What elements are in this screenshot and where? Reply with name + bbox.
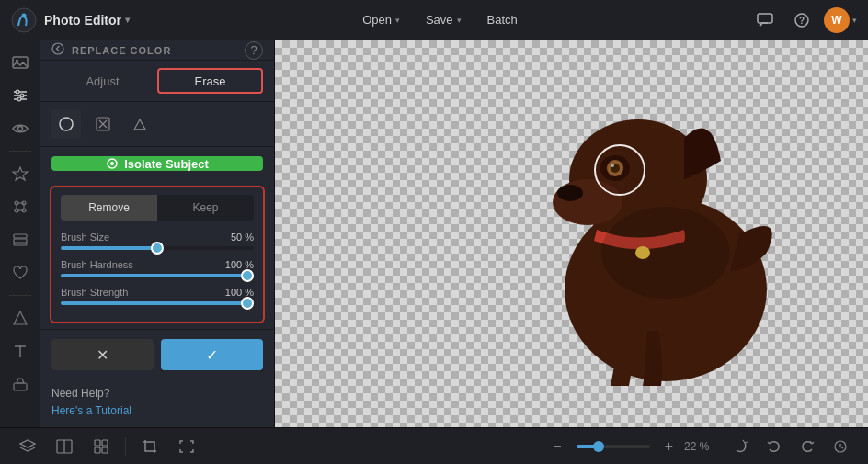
svg-point-43: [611, 164, 614, 167]
brush-hardness-label: Brush Hardness: [61, 259, 133, 270]
left-toolbar: [0, 40, 40, 427]
brush-strength-fill: [61, 301, 254, 305]
compare-btn[interactable]: [51, 434, 77, 459]
tutorial-link[interactable]: Here's a Tutorial: [51, 404, 131, 417]
svg-text:?: ?: [799, 16, 805, 26]
topbar: Photo Editor ▾ Open ▾ Save ▾ Batch ? W ▾: [0, 0, 868, 40]
zoom-thumb[interactable]: [593, 441, 604, 452]
save-chevron-icon: ▾: [457, 16, 462, 25]
toolbar-heart-btn[interactable]: [6, 258, 35, 288]
panel: REPLACE COLOR ? Adjust Erase Isolate Sub…: [40, 40, 275, 427]
brush-strength-track[interactable]: [61, 301, 254, 305]
svg-point-1: [22, 13, 27, 17]
brush-hardness-track[interactable]: [61, 274, 254, 277]
toolbar-text-btn[interactable]: [6, 336, 35, 366]
brush-hardness-row: Brush Hardness 100 %: [61, 259, 254, 277]
brush-strength-value: 100 %: [225, 287, 254, 298]
toolbar-nodes-btn[interactable]: [6, 192, 35, 221]
panel-back-button[interactable]: [51, 42, 64, 58]
brush-size-label: Brush Size: [61, 232, 109, 243]
isolate-subject-button[interactable]: Isolate Subject: [51, 156, 263, 171]
toolbar-separator-2: [9, 295, 31, 296]
svg-rect-5: [13, 57, 28, 68]
brush-hardness-value: 100 %: [225, 259, 254, 270]
zoom-out-button[interactable]: −: [553, 438, 561, 455]
svg-rect-49: [95, 440, 100, 446]
canvas-area[interactable]: [275, 40, 868, 427]
svg-point-31: [60, 118, 73, 130]
brush-size-row: Brush Size 50 %: [61, 232, 254, 250]
panel-circle-icon-btn[interactable]: [51, 109, 81, 139]
remove-button[interactable]: Remove: [61, 195, 157, 221]
toolbar-shape-btn[interactable]: [6, 303, 35, 333]
crop-btn[interactable]: [137, 434, 163, 459]
svg-marker-14: [13, 167, 28, 180]
redo-btn[interactable]: [794, 434, 820, 459]
app-title[interactable]: Photo Editor ▾: [44, 13, 130, 28]
svg-point-6: [16, 60, 18, 62]
user-avatar-wrap[interactable]: W ▾: [824, 7, 857, 33]
help-button[interactable]: ?: [787, 6, 817, 35]
avatar-chevron-icon: ▾: [852, 16, 857, 25]
zoom-percentage: 22 %: [684, 440, 717, 453]
cancel-button[interactable]: ✕: [51, 339, 154, 370]
brush-hardness-fill: [61, 274, 254, 277]
panel-help-button[interactable]: ?: [245, 41, 263, 60]
rotate-cw-btn[interactable]: [728, 434, 754, 459]
batch-button[interactable]: Batch: [476, 8, 529, 31]
panel-tabs: Adjust Erase: [40, 61, 274, 102]
zoom-in-button[interactable]: +: [665, 438, 673, 455]
panel-title: REPLACE COLOR: [72, 45, 237, 56]
confirm-button[interactable]: ✓: [161, 339, 263, 370]
user-avatar: W: [824, 7, 850, 33]
fullscreen-btn[interactable]: [174, 434, 200, 459]
tab-erase[interactable]: Erase: [157, 68, 263, 94]
brush-size-value: 50 %: [231, 232, 254, 243]
brush-strength-thumb[interactable]: [241, 297, 254, 310]
brush-size-thumb[interactable]: [151, 242, 164, 255]
grid-btn[interactable]: [88, 434, 114, 459]
svg-rect-24: [14, 239, 27, 243]
brush-section: Remove Keep Brush Size 50 % Brush Hardne…: [50, 186, 265, 323]
panel-magic-icon-btn[interactable]: [88, 109, 118, 139]
toolbar-image-btn[interactable]: [6, 48, 35, 77]
toolbar-layers-btn[interactable]: [6, 225, 35, 255]
main-content: REPLACE COLOR ? Adjust Erase Isolate Sub…: [0, 40, 868, 427]
history-btn[interactable]: [828, 434, 853, 459]
canvas-image: [427, 40, 813, 390]
zoom-slider-track[interactable]: [577, 445, 650, 448]
save-button[interactable]: Save ▾: [415, 8, 473, 31]
svg-point-12: [17, 97, 21, 101]
svg-rect-50: [102, 440, 108, 446]
panel-icons: [40, 102, 274, 147]
svg-point-11: [20, 94, 24, 97]
svg-rect-51: [95, 447, 100, 453]
layers-bottom-btn[interactable]: [15, 434, 40, 459]
brush-hardness-thumb[interactable]: [241, 269, 254, 282]
chat-button[interactable]: [750, 6, 780, 35]
brush-strength-row: Brush Strength 100 %: [61, 287, 254, 305]
brush-size-track[interactable]: [61, 246, 254, 250]
tab-adjust[interactable]: Adjust: [51, 68, 154, 94]
topbar-center: Open ▾ Save ▾ Batch: [130, 8, 750, 31]
svg-point-10: [16, 90, 19, 94]
svg-rect-23: [14, 234, 27, 238]
toolbar-star-btn[interactable]: [6, 159, 35, 188]
toolbar-eye-btn[interactable]: [6, 114, 35, 143]
need-help-section: Need Help? Here's a Tutorial: [40, 379, 274, 427]
svg-point-30: [52, 43, 63, 54]
panel-erase-icon-btn[interactable]: [125, 109, 154, 139]
svg-point-0: [12, 8, 36, 32]
svg-point-39: [557, 185, 583, 201]
svg-point-45: [601, 207, 730, 299]
bottombar-right: [728, 434, 853, 459]
keep-button[interactable]: Keep: [157, 195, 254, 221]
open-button[interactable]: Open ▾: [351, 8, 411, 31]
panel-actions: ✕ ✓: [40, 329, 274, 379]
svg-point-13: [17, 127, 22, 131]
open-chevron-icon: ▾: [395, 16, 400, 25]
undo-btn[interactable]: [761, 434, 787, 459]
app-logo: [11, 7, 37, 33]
toolbar-eraser-btn[interactable]: [6, 369, 35, 399]
toolbar-adjust-btn[interactable]: [6, 81, 35, 110]
